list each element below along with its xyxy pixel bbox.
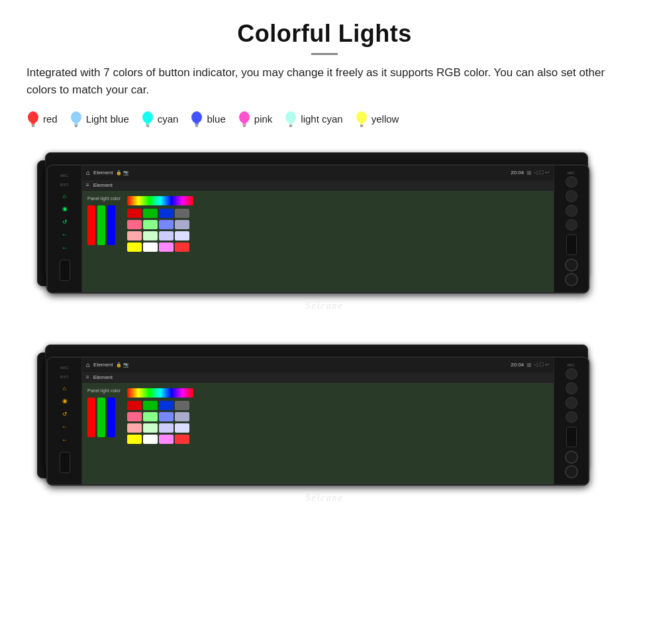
color-label-pink: pink [254, 113, 273, 125]
bulb-icon-blue [190, 110, 203, 129]
svg-point-8 [142, 111, 153, 123]
svg-rect-11 [146, 126, 149, 127]
bulb-icon-red [26, 110, 40, 129]
color-item-cyan: cyan [141, 110, 179, 129]
svg-rect-22 [289, 125, 293, 126]
svg-rect-1 [31, 123, 35, 125]
color-item-light-cyan: light cyan [284, 110, 342, 129]
svg-rect-13 [195, 123, 199, 125]
svg-rect-6 [74, 125, 77, 126]
svg-rect-27 [360, 126, 363, 127]
svg-rect-25 [360, 123, 364, 125]
color-label-yellow: yellow [372, 113, 399, 125]
color-label-light-cyan: light cyan [301, 113, 342, 125]
svg-rect-7 [75, 126, 77, 127]
description-text: Integrated with 7 colors of button indic… [26, 64, 623, 99]
svg-point-12 [191, 111, 202, 123]
svg-rect-14 [195, 125, 199, 126]
color-item-yellow: yellow [355, 110, 399, 129]
color-indicators-row: red Light blue cyan blue [26, 110, 623, 129]
color-item-blue: blue [190, 110, 225, 129]
page-container: Colorful Lights Integrated with 7 colors… [0, 0, 649, 535]
color-label-cyan: cyan [158, 113, 179, 125]
title-section: Colorful Lights [26, 20, 623, 55]
title-divider [311, 53, 338, 55]
svg-rect-21 [289, 123, 293, 125]
bulb-icon-yellow [355, 110, 368, 129]
svg-rect-9 [146, 123, 150, 125]
bulb-icon-light-cyan [284, 110, 297, 129]
svg-rect-23 [289, 126, 292, 127]
top-stack-container: MICRST⌂◉↺←← ⌂ Element 🔒 📷 20:04 ▦ ◁ ☐ ↩ … [40, 144, 609, 317]
svg-rect-10 [146, 125, 149, 126]
svg-rect-15 [195, 126, 198, 127]
svg-rect-18 [242, 125, 246, 126]
color-label-blue: blue [207, 113, 225, 125]
color-label-red: red [43, 113, 58, 125]
svg-rect-19 [243, 126, 246, 127]
svg-rect-26 [360, 125, 363, 126]
svg-rect-17 [242, 123, 246, 125]
top-radio-stack: MICRST⌂◉↺←← ⌂ Element 🔒 📷 20:04 ▦ ◁ ☐ ↩ … [40, 144, 609, 317]
svg-point-4 [71, 111, 81, 123]
bottom-radio-stack: MICRST⌂◉↺←← ⌂ Element 🔒 📷 20:04 ▦ ◁ ☐ ↩ … [40, 337, 609, 509]
color-item-red: red [26, 110, 58, 129]
svg-rect-5 [74, 123, 78, 125]
svg-point-16 [239, 111, 250, 123]
color-item-pink: pink [238, 110, 273, 129]
svg-rect-3 [32, 126, 34, 127]
svg-point-24 [356, 111, 367, 123]
svg-point-20 [285, 111, 296, 123]
svg-rect-2 [32, 125, 35, 126]
color-label-light-blue: Light blue [86, 113, 129, 125]
color-item-light-blue: Light blue [70, 110, 129, 129]
bulb-icon-light-blue [70, 110, 83, 129]
svg-point-0 [28, 111, 38, 123]
page-title: Colorful Lights [26, 20, 623, 48]
bottom-stack-container: MICRST⌂◉↺←← ⌂ Element 🔒 📷 20:04 ▦ ◁ ☐ ↩ … [40, 337, 609, 509]
bulb-icon-pink [238, 110, 251, 129]
bulb-icon-cyan [141, 110, 154, 129]
